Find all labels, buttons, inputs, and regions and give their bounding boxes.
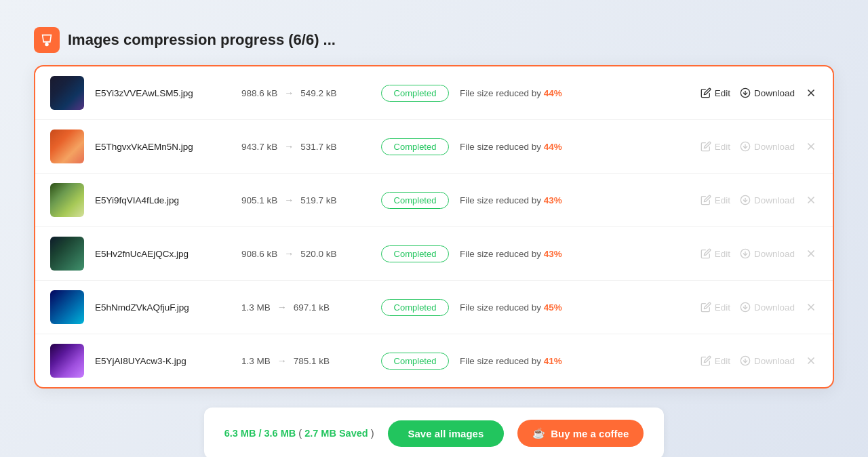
row-actions: Edit Download [701,87,818,98]
file-row: E5Yi3zVVEAwLSM5.jpg 988.6 kB → 549.2 kB … [35,66,833,120]
size-before: 1.3 MB [241,356,271,366]
status-badge: Completed [381,299,449,316]
arrow-icon: → [284,248,294,259]
arrow-icon: → [284,87,294,98]
remove-button[interactable] [804,87,818,98]
size-before: 988.6 kB [241,88,277,98]
size-before: 1.3 MB [241,302,271,313]
remove-button [804,248,818,259]
file-name: E5Yi3zVVEAwLSM5.jpg [95,88,231,98]
download-icon [740,302,751,313]
arrow-icon: → [284,141,294,152]
status-badge: Completed [381,85,449,102]
file-thumbnail [50,237,84,271]
reduction-text: File size reduced by 44% [460,88,690,98]
page-wrapper: Images compression progress (6/6) ... E5… [34,27,834,457]
size-after: 549.2 kB [300,88,336,98]
download-icon [740,248,751,259]
size-before: 943.7 kB [241,142,277,152]
buy-coffee-button[interactable]: ☕ Buy me a coffee [517,420,644,447]
file-thumbnail [50,344,84,378]
file-row: E5Yi9fqVIA4fLde.jpg 905.1 kB → 519.7 kB … [35,174,833,227]
size-after: 531.7 kB [300,142,336,152]
reduction-pct: 44% [544,142,562,152]
file-thumbnail [50,290,84,324]
download-button: Download [740,302,795,313]
download-button: Download [740,248,795,259]
download-icon [740,355,751,366]
reduction-text: File size reduced by 44% [460,142,690,152]
arrow-icon: → [284,195,294,205]
row-actions: Edit Download [701,355,818,366]
download-button: Download [740,141,795,152]
edit-icon [701,355,711,366]
close-icon [806,141,816,152]
arrow-icon: → [277,355,287,366]
size-before: 905.1 kB [241,195,277,205]
files-card: E5Yi3zVVEAwLSM5.jpg 988.6 kB → 549.2 kB … [34,65,834,389]
download-icon [740,195,751,205]
status-badge: Completed [381,353,449,370]
file-row: E5hNmdZVkAQfjuF.jpg 1.3 MB → 697.1 kB Co… [35,281,833,334]
footer-bar: 6.3 MB / 3.6 MB ( 2.7 MB Saved ) Save al… [204,408,665,457]
edit-button: Edit [701,141,730,152]
row-actions: Edit Download [701,302,818,313]
download-button[interactable]: Download [740,87,795,98]
size-after: 519.7 kB [300,195,336,205]
reduction-text: File size reduced by 43% [460,249,690,259]
file-name: E5hNmdZVkAQfjuF.jpg [95,302,231,313]
reduction-pct: 45% [544,302,562,313]
status-badge: Completed [381,138,449,155]
size-after: 520.0 kB [300,249,336,259]
reduction-pct: 44% [544,88,562,98]
edit-button: Edit [701,302,730,313]
edit-icon [701,248,711,259]
page-title: Images compression progress (6/6) ... [68,31,336,49]
reduction-pct: 43% [544,195,562,205]
edit-button: Edit [701,195,730,205]
file-thumbnail [50,183,84,217]
app-logo [34,27,60,53]
size-before: 908.6 kB [241,249,277,259]
file-size-info: 1.3 MB → 785.1 kB [241,355,370,366]
coffee-icon: ☕ [532,427,545,439]
row-actions: Edit Download [701,141,818,152]
file-row: E5Hv2fnUcAEjQCx.jpg 908.6 kB → 520.0 kB … [35,227,833,281]
reduction-text: File size reduced by 45% [460,302,690,313]
close-icon [806,87,816,98]
download-icon [740,87,751,98]
download-icon [740,141,751,152]
file-name: E5Hv2fnUcAEjQCx.jpg [95,249,231,259]
row-actions: Edit Download [701,195,818,205]
file-size-info: 905.1 kB → 519.7 kB [241,195,370,205]
file-size-info: 943.7 kB → 531.7 kB [241,141,370,152]
close-icon [806,195,816,205]
file-name: E5ThgvxVkAEMn5N.jpg [95,142,231,152]
file-size-info: 988.6 kB → 549.2 kB [241,87,370,98]
arrow-icon: → [277,302,287,313]
row-actions: Edit Download [701,248,818,259]
edit-button[interactable]: Edit [701,87,730,98]
file-name: E5YjAI8UYAcw3-K.jpg [95,356,231,366]
download-button: Download [740,195,795,205]
edit-icon [701,141,711,152]
size-after: 785.1 kB [294,356,330,366]
remove-button [804,195,818,205]
reduction-pct: 41% [544,356,562,366]
save-all-button[interactable]: Save all images [388,420,505,447]
reduction-text: File size reduced by 43% [460,195,690,205]
title-row: Images compression progress (6/6) ... [34,27,834,53]
edit-button: Edit [701,248,730,259]
edit-icon [701,195,711,205]
remove-button [804,302,818,313]
file-thumbnail [50,76,84,110]
edit-icon [701,87,711,98]
file-name: E5Yi9fqVIA4fLde.jpg [95,195,231,205]
remove-button [804,355,818,366]
file-row: E5YjAI8UYAcw3-K.jpg 1.3 MB → 785.1 kB Co… [35,334,833,387]
download-button: Download [740,355,795,366]
file-thumbnail [50,130,84,163]
close-icon [806,302,816,313]
file-size-info: 1.3 MB → 697.1 kB [241,302,370,313]
close-icon [806,355,816,366]
